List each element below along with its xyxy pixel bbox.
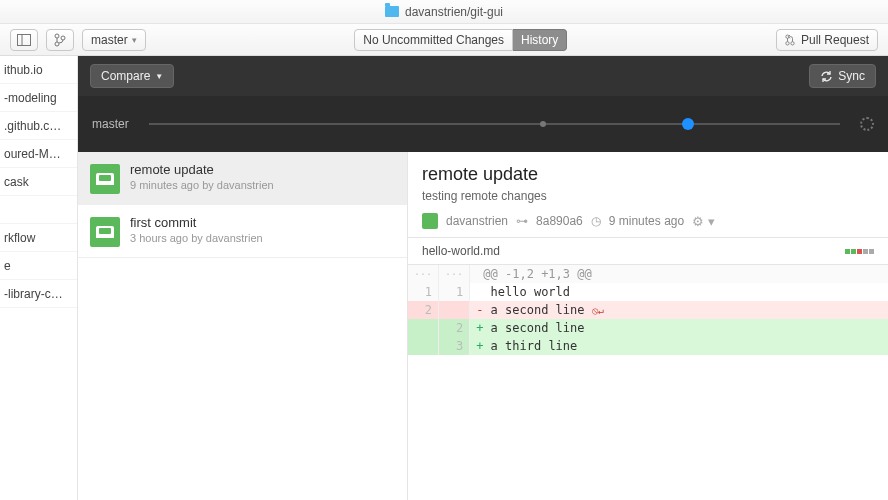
commit-row-title: remote update — [130, 162, 274, 177]
repo-path: davanstrien/git-gui — [405, 5, 503, 19]
repo-item[interactable]: -library-c… — [0, 280, 77, 308]
pull-request-label: Pull Request — [801, 33, 869, 47]
svg-rect-0 — [18, 34, 31, 45]
branch-create-button[interactable] — [46, 29, 74, 51]
diff-hunk-header: @@ -1,2 +1,3 @@ — [470, 265, 888, 283]
repo-item[interactable]: e — [0, 252, 77, 280]
diff-line: 3+ a third line — [408, 337, 888, 355]
pull-request-icon — [785, 34, 795, 46]
commit-row[interactable]: remote update9 minutes ago by davanstrie… — [78, 152, 407, 205]
timeline-head-icon — [860, 117, 874, 131]
svg-point-7 — [791, 41, 794, 44]
pull-request-button[interactable]: Pull Request — [776, 29, 878, 51]
line-num-new: 1 — [439, 283, 470, 301]
clock-icon: ◷ — [591, 214, 601, 228]
diff-line-code: - a second line ⦸↵ — [470, 301, 888, 319]
commit-timeline[interactable]: master — [78, 96, 888, 152]
window-titlebar: davanstrien/git-gui — [0, 0, 888, 24]
svg-point-2 — [55, 34, 59, 38]
chevron-down-icon: ▾ — [132, 35, 137, 45]
diff-line-code: + a third line — [470, 337, 888, 355]
commit-row[interactable]: first commit3 hours ago by davanstrien — [78, 205, 407, 258]
author-avatar — [422, 213, 438, 229]
view-tabs: No Uncommitted Changes History — [354, 29, 567, 51]
sync-button[interactable]: Sync — [809, 64, 876, 88]
folder-icon — [385, 6, 399, 17]
repo-item[interactable]: oured-M… — [0, 140, 77, 168]
diff-view: ······ @@ -1,2 +1,3 @@11 hello world2- a… — [408, 265, 888, 355]
main-toolbar: master ▾ No Uncommitted Changes History … — [0, 24, 888, 56]
commit-title: remote update — [422, 164, 874, 185]
diff-file-header[interactable]: hello-world.md — [408, 237, 888, 265]
sidebar-toggle-button[interactable] — [10, 29, 38, 51]
timeline-track[interactable] — [149, 123, 840, 125]
timeline-commit-dot[interactable] — [540, 121, 546, 127]
diff-stat-dots — [845, 249, 874, 254]
diff-line-code: hello world — [470, 283, 888, 301]
no-newline-icon: ⦸↵ — [592, 305, 604, 316]
commit-sha-icon: ⊶ — [516, 214, 528, 228]
repo-item[interactable] — [0, 196, 77, 224]
commit-row-sub: 3 hours ago by davanstrien — [130, 232, 263, 244]
commit-time: 9 minutes ago — [609, 214, 684, 228]
compare-bar: Compare ▼ Sync — [78, 56, 888, 96]
line-num-old — [408, 319, 439, 337]
diff-line: 11 hello world — [408, 283, 888, 301]
commit-row-title: first commit — [130, 215, 263, 230]
branch-selector[interactable]: master ▾ — [82, 29, 146, 51]
commit-list[interactable]: remote update9 minutes ago by davanstrie… — [78, 152, 408, 500]
line-num-new — [439, 301, 470, 319]
line-num-new: 3 — [439, 337, 470, 355]
caret-down-icon: ▼ — [155, 72, 163, 81]
line-num-old: 2 — [408, 301, 439, 319]
commit-avatar — [90, 164, 120, 194]
svg-point-4 — [61, 36, 65, 40]
line-num-new: 2 — [439, 319, 470, 337]
timeline-current-dot[interactable] — [682, 118, 694, 130]
compare-label: Compare — [101, 69, 150, 83]
branch-icon — [54, 33, 66, 47]
commit-author: davanstrien — [446, 214, 508, 228]
commit-avatar — [90, 217, 120, 247]
line-num-old — [408, 337, 439, 355]
repo-item[interactable]: .github.c… — [0, 112, 77, 140]
repo-item[interactable]: cask — [0, 168, 77, 196]
line-num-old: ··· — [408, 265, 439, 283]
gear-icon[interactable]: ⚙ ▾ — [692, 214, 715, 229]
repo-item[interactable]: rkflow — [0, 224, 77, 252]
timeline-branch-label: master — [92, 117, 129, 131]
tab-history[interactable]: History — [513, 29, 567, 51]
branch-name: master — [91, 33, 128, 47]
diff-line: 2+ a second line — [408, 319, 888, 337]
tab-changes[interactable]: No Uncommitted Changes — [354, 29, 513, 51]
sync-icon — [820, 70, 833, 83]
line-num-new: ··· — [439, 265, 470, 283]
sync-label: Sync — [838, 69, 865, 83]
repo-sidebar[interactable]: ithub.io-modeling.github.c…oured-M…caskr… — [0, 56, 78, 500]
repo-item[interactable]: ithub.io — [0, 56, 77, 84]
diff-filename: hello-world.md — [422, 244, 500, 258]
svg-point-6 — [786, 41, 789, 44]
commit-detail: remote update testing remote changes dav… — [408, 152, 888, 500]
commit-sha[interactable]: 8a890a6 — [536, 214, 583, 228]
line-num-old: 1 — [408, 283, 439, 301]
compare-button[interactable]: Compare ▼ — [90, 64, 174, 88]
svg-point-3 — [55, 42, 59, 46]
commit-row-sub: 9 minutes ago by davanstrien — [130, 179, 274, 191]
commit-description: testing remote changes — [422, 189, 874, 203]
diff-line-code: + a second line — [470, 319, 888, 337]
diff-line: 2- a second line ⦸↵ — [408, 301, 888, 319]
repo-item[interactable]: -modeling — [0, 84, 77, 112]
panel-icon — [17, 34, 31, 46]
